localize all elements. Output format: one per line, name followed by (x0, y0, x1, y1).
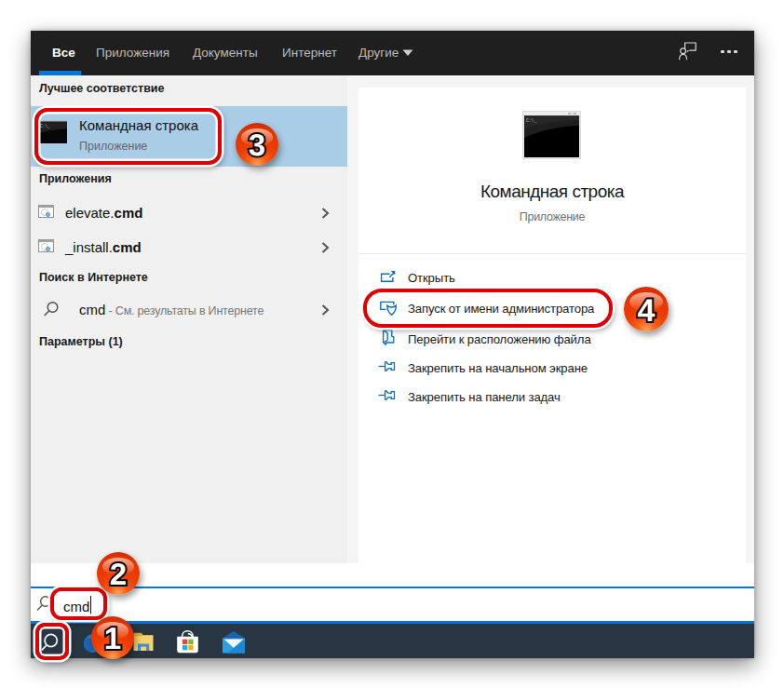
svg-text:4: 4 (638, 293, 656, 329)
svg-text:2: 2 (110, 557, 127, 591)
svg-text:3: 3 (249, 128, 265, 162)
svg-text:1: 1 (104, 621, 121, 655)
svg-text:C:\_: C:\_ (526, 118, 537, 123)
